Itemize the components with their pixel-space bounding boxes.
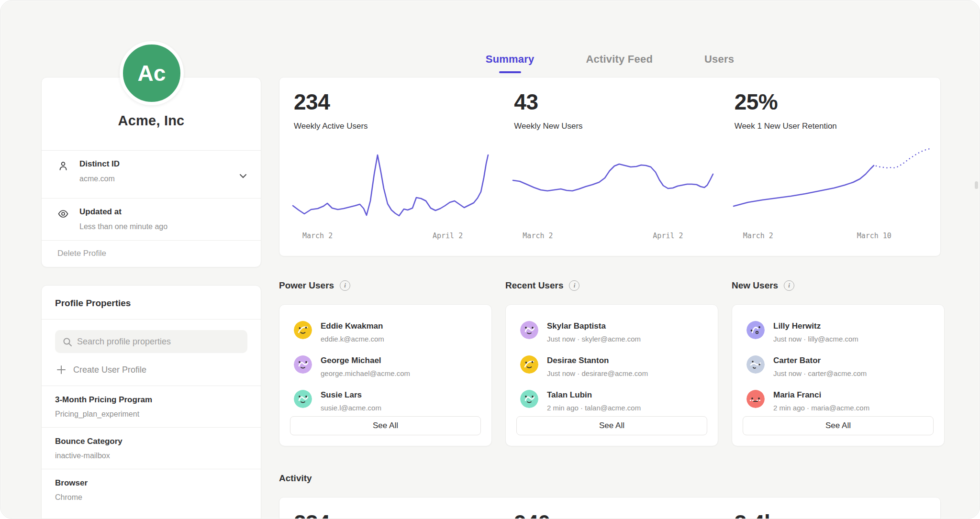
- user-name: Talan Lubin: [547, 390, 641, 400]
- person-icon: [57, 160, 69, 172]
- stat-weekly-new-users: 43 Weekly New Users March 2 April 2: [500, 77, 720, 256]
- new-users-card: Lilly Herwitz Just now · lilly@acme.com …: [732, 304, 945, 446]
- user-row[interactable]: Susie Lars susie.l@acme.com: [294, 390, 481, 412]
- stat-value: 25%: [735, 89, 940, 115]
- tab-users[interactable]: Users: [704, 53, 734, 73]
- property-value: inactive-mailbox: [55, 452, 247, 460]
- user-row[interactable]: George Michael george.michael@acme.com: [294, 355, 481, 377]
- profile-properties-panel: Profile Properties Create User Profile 3…: [41, 285, 261, 519]
- delete-profile-button[interactable]: Delete Profile: [42, 240, 261, 268]
- user-avatar: [294, 321, 312, 339]
- user-row[interactable]: Carter Bator Just now · carter@acme.com: [746, 355, 934, 377]
- field-label: Distinct ID: [79, 159, 246, 169]
- see-all-button[interactable]: See All: [290, 416, 481, 435]
- sparkline-weekly-active-users: [293, 144, 494, 226]
- property-value: Chrome: [55, 493, 247, 502]
- x-axis-ticks: March 2 March 10: [734, 232, 935, 242]
- user-avatar: [746, 390, 765, 408]
- property-value: Pricing_plan_experiment: [55, 410, 247, 419]
- user-row[interactable]: Maria Franci 2 min ago · maria@acme.com: [746, 390, 934, 412]
- chevron-down-icon[interactable]: [238, 171, 248, 181]
- user-row[interactable]: Desirae Stanton Just now · desirare@acme…: [520, 355, 707, 377]
- create-user-profile-button[interactable]: Create User Profile: [56, 364, 247, 375]
- recent-users-header: Recent Users i: [505, 280, 579, 291]
- field-value: Less than one minute ago: [79, 222, 246, 231]
- tab-label: Summary: [486, 53, 535, 65]
- activity-stat-value: 234: [294, 510, 500, 519]
- profile-summary-card: Acme, Inc Distinct ID acme.com Updated a…: [41, 77, 261, 267]
- search-icon: [62, 336, 73, 348]
- list-title: New Users: [732, 280, 778, 291]
- user-detail: george.michael@acme.com: [321, 369, 410, 377]
- recent-users-card: Skylar Baptista Just now · skyler@acme.c…: [505, 304, 718, 446]
- power-users-card: Eddie Kwakman eddie.k@acme.com George Mi…: [279, 304, 492, 446]
- x-axis-ticks: March 2 April 2: [513, 232, 714, 242]
- property-label: 3-Month Pricing Program: [55, 395, 247, 405]
- stat-value: 234: [294, 89, 500, 115]
- company-avatar-initials: Ac: [138, 60, 166, 86]
- active-tab-underline: [499, 71, 521, 73]
- create-user-profile-label: Create User Profile: [73, 365, 146, 375]
- tab-label: Users: [704, 53, 734, 65]
- tick-label: April 2: [433, 232, 463, 240]
- sparkline-week1-retention: [734, 144, 935, 226]
- company-avatar: Ac: [120, 41, 184, 105]
- user-name: Eddie Kwakman: [321, 321, 384, 331]
- eye-icon: [57, 208, 69, 220]
- stat-weekly-active-users: 234 Weekly Active Users March 2 April 2: [279, 77, 500, 256]
- tick-label: March 10: [857, 232, 891, 240]
- tab-activity-feed[interactable]: Activity Feed: [586, 53, 653, 73]
- list-title: Power Users: [279, 280, 334, 291]
- activity-stat-value: 3.4k: [735, 510, 940, 519]
- summary-stats-card: 234 Weekly Active Users March 2 April 2 …: [279, 77, 941, 256]
- activity-section-title: Activity: [279, 473, 312, 484]
- user-row[interactable]: Eddie Kwakman eddie.k@acme.com: [294, 321, 481, 343]
- see-all-button[interactable]: See All: [743, 416, 934, 435]
- user-row[interactable]: Lilly Herwitz Just now · lilly@acme.com: [746, 321, 934, 343]
- see-all-button[interactable]: See All: [516, 416, 707, 435]
- stat-value: 43: [514, 89, 720, 115]
- sparkline-weekly-new-users: [513, 144, 714, 226]
- info-icon[interactable]: i: [340, 280, 350, 291]
- stat-label: Weekly Active Users: [294, 121, 500, 131]
- tab-summary[interactable]: Summary: [486, 53, 535, 73]
- user-name: Lilly Herwitz: [773, 321, 858, 331]
- user-avatar: [746, 355, 765, 374]
- user-avatar: [520, 321, 538, 339]
- plus-icon: [56, 364, 67, 375]
- user-row[interactable]: Skylar Baptista Just now · skyler@acme.c…: [520, 321, 707, 343]
- user-avatar: [294, 390, 312, 408]
- user-detail: 2 min ago · maria@acme.com: [773, 404, 869, 412]
- stat-week1-retention: 25% Week 1 New User Retention March 2 Ma…: [720, 77, 940, 256]
- scrollbar-thumb[interactable]: [975, 181, 978, 189]
- new-users-header: New Users i: [732, 280, 794, 291]
- stat-label: Week 1 New User Retention: [735, 121, 940, 131]
- field-distinct-id: Distinct ID acme.com: [42, 150, 261, 198]
- user-row[interactable]: Talan Lubin 2 min ago · talan@acme.com: [520, 390, 707, 412]
- user-detail: Just now · lilly@acme.com: [773, 335, 858, 343]
- user-detail: Just now · skyler@acme.com: [547, 335, 641, 343]
- user-detail: 2 min ago · talan@acme.com: [547, 404, 641, 412]
- search-profile-properties[interactable]: [55, 330, 247, 353]
- user-name: Desirae Stanton: [547, 355, 648, 365]
- property-row: Bounce Category inactive-mailbox: [42, 427, 261, 469]
- company-name: Acme, Inc: [42, 113, 261, 129]
- user-name: George Michael: [321, 355, 410, 365]
- property-label: Bounce Category: [55, 437, 247, 446]
- user-name: Susie Lars: [321, 390, 381, 400]
- user-avatar: [520, 355, 538, 374]
- tab-bar: Summary Activity Feed Users: [279, 53, 941, 73]
- property-row: Browser Chrome: [42, 469, 261, 510]
- activity-card: 234 940 3.4k: [279, 497, 941, 519]
- search-input[interactable]: [77, 337, 235, 347]
- user-avatar: [746, 321, 765, 339]
- user-name: Carter Bator: [773, 355, 867, 365]
- list-title: Recent Users: [505, 280, 563, 291]
- info-icon[interactable]: i: [784, 280, 794, 291]
- field-label: Updated at: [79, 207, 246, 217]
- user-avatar: [520, 390, 538, 408]
- user-detail: susie.l@acme.com: [321, 404, 381, 412]
- user-detail: Just now · desirare@acme.com: [547, 369, 648, 377]
- info-icon[interactable]: i: [569, 280, 579, 291]
- tick-label: March 2: [523, 232, 553, 240]
